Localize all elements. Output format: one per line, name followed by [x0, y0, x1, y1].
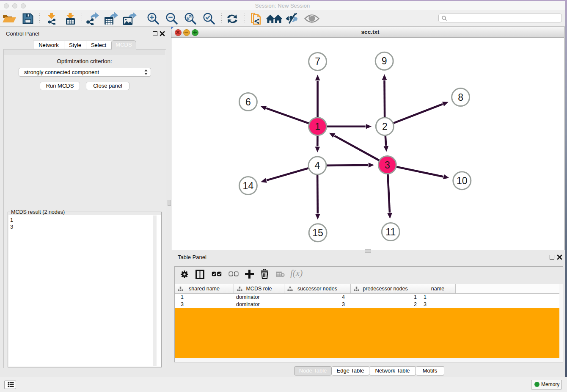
svg-text:2: 2: [382, 121, 388, 132]
svg-text:7: 7: [315, 56, 320, 67]
svg-text:9: 9: [382, 55, 387, 66]
svg-text:14: 14: [243, 180, 254, 191]
svg-text:4: 4: [315, 160, 320, 171]
svg-text:10: 10: [457, 175, 468, 186]
svg-text:1: 1: [315, 121, 320, 132]
svg-text:11: 11: [385, 226, 396, 237]
svg-text:3: 3: [385, 160, 390, 171]
svg-text:15: 15: [312, 227, 323, 238]
svg-text:6: 6: [245, 97, 251, 108]
svg-text:8: 8: [458, 92, 463, 103]
